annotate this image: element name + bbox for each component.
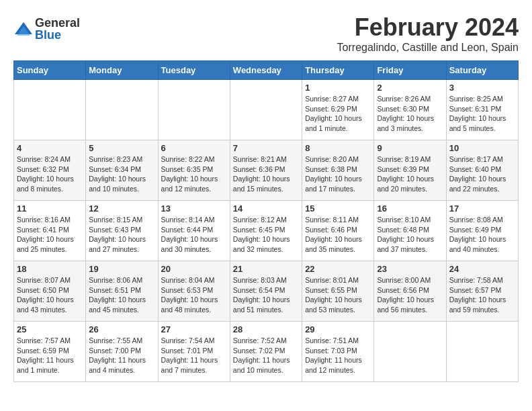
day-number: 4: [17, 143, 83, 153]
title-section: February 2024 Torregalindo, Castille and…: [337, 13, 519, 54]
day-number: 21: [233, 264, 299, 274]
day-info: Sunrise: 8:22 AMSunset: 6:35 PMDaylight:…: [161, 154, 227, 194]
calendar-cell: 22Sunrise: 8:01 AMSunset: 6:55 PMDayligh…: [302, 261, 374, 322]
calendar-cell: 4Sunrise: 8:24 AMSunset: 6:32 PMDaylight…: [14, 140, 86, 201]
calendar-cell: [14, 80, 86, 140]
header-cell-thursday: Thursday: [302, 61, 374, 80]
calendar-cell: [86, 80, 158, 140]
calendar-cell: 13Sunrise: 8:14 AMSunset: 6:44 PMDayligh…: [158, 201, 230, 261]
day-info: Sunrise: 8:17 AMSunset: 6:40 PMDaylight:…: [449, 154, 515, 194]
day-number: 16: [377, 203, 443, 214]
day-number: 29: [305, 324, 371, 334]
calendar-cell: 27Sunrise: 7:54 AMSunset: 7:01 PMDayligh…: [158, 322, 230, 382]
day-number: 9: [377, 143, 443, 153]
day-info: Sunrise: 7:55 AMSunset: 7:00 PMDaylight:…: [89, 336, 154, 375]
day-number: 13: [161, 203, 227, 214]
day-info: Sunrise: 8:20 AMSunset: 6:38 PMDaylight:…: [305, 154, 371, 194]
calendar-cell: 10Sunrise: 8:17 AMSunset: 6:40 PMDayligh…: [446, 140, 518, 201]
day-info: Sunrise: 7:58 AMSunset: 6:57 PMDaylight:…: [449, 275, 515, 315]
header-cell-monday: Monday: [86, 61, 158, 80]
calendar-cell: 5Sunrise: 8:23 AMSunset: 6:34 PMDaylight…: [86, 140, 158, 201]
logo-icon: [13, 21, 34, 38]
calendar-cell: [446, 322, 518, 382]
week-row-3: 18Sunrise: 8:07 AMSunset: 6:50 PMDayligh…: [14, 261, 519, 322]
day-info: Sunrise: 7:57 AMSunset: 6:59 PMDaylight:…: [17, 336, 83, 375]
day-number: 3: [449, 83, 515, 93]
calendar-table: SundayMondayTuesdayWednesdayThursdayFrid…: [13, 60, 519, 382]
calendar-cell: 2Sunrise: 8:26 AMSunset: 6:30 PMDaylight…: [374, 80, 446, 140]
calendar-cell: 21Sunrise: 8:03 AMSunset: 6:54 PMDayligh…: [230, 261, 302, 322]
day-info: Sunrise: 8:16 AMSunset: 6:41 PMDaylight:…: [17, 215, 83, 255]
week-row-2: 11Sunrise: 8:16 AMSunset: 6:41 PMDayligh…: [14, 201, 519, 261]
calendar-cell: 23Sunrise: 8:00 AMSunset: 6:56 PMDayligh…: [374, 261, 446, 322]
calendar-cell: 9Sunrise: 8:19 AMSunset: 6:39 PMDaylight…: [374, 140, 446, 201]
day-info: Sunrise: 8:07 AMSunset: 6:50 PMDaylight:…: [17, 275, 83, 315]
day-info: Sunrise: 8:21 AMSunset: 6:36 PMDaylight:…: [233, 154, 299, 194]
calendar-cell: [230, 80, 302, 140]
day-number: 23: [377, 264, 443, 274]
calendar-cell: 3Sunrise: 8:25 AMSunset: 6:31 PMDaylight…: [446, 80, 518, 140]
calendar-cell: 12Sunrise: 8:15 AMSunset: 6:43 PMDayligh…: [86, 201, 158, 261]
day-number: 11: [17, 203, 83, 214]
week-row-0: 1Sunrise: 8:27 AMSunset: 6:29 PMDaylight…: [14, 80, 519, 140]
location-title: Torregalindo, Castille and Leon, Spain: [337, 42, 519, 54]
day-info: Sunrise: 8:06 AMSunset: 6:51 PMDaylight:…: [89, 275, 154, 315]
day-number: 2: [377, 83, 443, 93]
calendar-cell: 11Sunrise: 8:16 AMSunset: 6:41 PMDayligh…: [14, 201, 86, 261]
day-info: Sunrise: 7:54 AMSunset: 7:01 PMDaylight:…: [161, 336, 227, 375]
calendar-cell: 14Sunrise: 8:12 AMSunset: 6:45 PMDayligh…: [230, 201, 302, 261]
calendar-cell: 8Sunrise: 8:20 AMSunset: 6:38 PMDaylight…: [302, 140, 374, 201]
day-number: 17: [449, 203, 515, 214]
logo-blue-text: Blue: [35, 29, 80, 41]
calendar-cell: 25Sunrise: 7:57 AMSunset: 6:59 PMDayligh…: [14, 322, 86, 382]
day-info: Sunrise: 7:51 AMSunset: 7:03 PMDaylight:…: [305, 336, 371, 375]
header-row: SundayMondayTuesdayWednesdayThursdayFrid…: [14, 61, 519, 80]
day-number: 8: [305, 143, 371, 153]
day-number: 18: [17, 264, 83, 274]
day-info: Sunrise: 8:11 AMSunset: 6:46 PMDaylight:…: [305, 215, 371, 255]
day-info: Sunrise: 8:26 AMSunset: 6:30 PMDaylight:…: [377, 94, 443, 134]
day-info: Sunrise: 8:10 AMSunset: 6:48 PMDaylight:…: [377, 215, 443, 255]
calendar-cell: 19Sunrise: 8:06 AMSunset: 6:51 PMDayligh…: [86, 261, 158, 322]
day-number: 22: [305, 264, 371, 274]
day-number: 1: [305, 83, 371, 93]
day-number: 24: [449, 264, 515, 274]
day-number: 5: [89, 143, 154, 153]
day-info: Sunrise: 8:25 AMSunset: 6:31 PMDaylight:…: [449, 94, 515, 134]
calendar-cell: [158, 80, 230, 140]
day-number: 12: [89, 203, 154, 214]
day-number: 26: [89, 324, 154, 334]
logo: General Blue: [13, 17, 80, 41]
calendar-cell: [374, 322, 446, 382]
day-number: 20: [161, 264, 227, 274]
day-info: Sunrise: 8:23 AMSunset: 6:34 PMDaylight:…: [89, 154, 154, 194]
page-header: General Blue February 2024 Torregalindo,…: [13, 13, 519, 54]
calendar-cell: 1Sunrise: 8:27 AMSunset: 6:29 PMDaylight…: [302, 80, 374, 140]
logo-general-text: General: [35, 17, 80, 29]
header-cell-sunday: Sunday: [14, 61, 86, 80]
day-number: 15: [305, 203, 371, 214]
day-number: 25: [17, 324, 83, 334]
day-info: Sunrise: 8:15 AMSunset: 6:43 PMDaylight:…: [89, 215, 154, 255]
day-number: 28: [233, 324, 299, 334]
day-number: 14: [233, 203, 299, 214]
day-info: Sunrise: 8:01 AMSunset: 6:55 PMDaylight:…: [305, 275, 371, 315]
day-number: 6: [161, 143, 227, 153]
calendar-cell: 15Sunrise: 8:11 AMSunset: 6:46 PMDayligh…: [302, 201, 374, 261]
day-info: Sunrise: 8:24 AMSunset: 6:32 PMDaylight:…: [17, 154, 83, 194]
calendar-cell: 6Sunrise: 8:22 AMSunset: 6:35 PMDaylight…: [158, 140, 230, 201]
calendar-cell: 29Sunrise: 7:51 AMSunset: 7:03 PMDayligh…: [302, 322, 374, 382]
day-number: 27: [161, 324, 227, 334]
week-row-4: 25Sunrise: 7:57 AMSunset: 6:59 PMDayligh…: [14, 322, 519, 382]
day-info: Sunrise: 8:14 AMSunset: 6:44 PMDaylight:…: [161, 215, 227, 255]
calendar-cell: 17Sunrise: 8:08 AMSunset: 6:49 PMDayligh…: [446, 201, 518, 261]
calendar-cell: 24Sunrise: 7:58 AMSunset: 6:57 PMDayligh…: [446, 261, 518, 322]
day-info: Sunrise: 8:00 AMSunset: 6:56 PMDaylight:…: [377, 275, 443, 315]
day-info: Sunrise: 8:12 AMSunset: 6:45 PMDaylight:…: [233, 215, 299, 255]
calendar-cell: 28Sunrise: 7:52 AMSunset: 7:02 PMDayligh…: [230, 322, 302, 382]
header-cell-tuesday: Tuesday: [158, 61, 230, 80]
week-row-1: 4Sunrise: 8:24 AMSunset: 6:32 PMDaylight…: [14, 140, 519, 201]
day-info: Sunrise: 8:03 AMSunset: 6:54 PMDaylight:…: [233, 275, 299, 315]
calendar-cell: 18Sunrise: 8:07 AMSunset: 6:50 PMDayligh…: [14, 261, 86, 322]
header-cell-wednesday: Wednesday: [230, 61, 302, 80]
